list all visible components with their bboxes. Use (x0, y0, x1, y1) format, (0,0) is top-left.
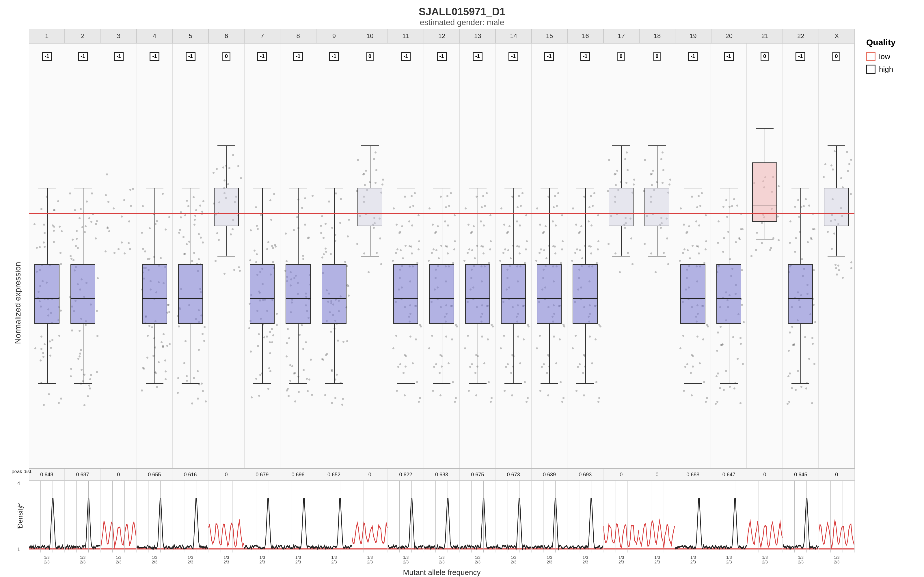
scatter-dot (726, 216, 728, 218)
scatter-dot (848, 163, 850, 165)
scatter-dot (113, 252, 115, 254)
scatter-dot (669, 184, 670, 185)
scatter-dot (750, 255, 753, 257)
whisker-upper-22 (800, 188, 801, 264)
scatter-dot (576, 248, 578, 250)
svg-rect-40 (316, 480, 352, 553)
y-axis-label: Normalized expression (13, 262, 23, 344)
scatter-dot (687, 249, 689, 251)
scatter-dot (404, 394, 406, 396)
scatter-dot (44, 343, 45, 345)
scatter-dot (302, 258, 304, 260)
scatter-dot (91, 192, 93, 195)
scatter-dot (271, 341, 273, 343)
scatter-dot (356, 243, 359, 245)
whisker-upper-13 (478, 188, 478, 264)
scatter-dot (683, 224, 685, 226)
boxplot-rect-X (824, 188, 849, 226)
scatter-dot (691, 394, 693, 396)
scatter-dot (90, 374, 92, 376)
main-col-3: -1 (101, 44, 137, 468)
density-col-17 (604, 480, 639, 553)
whisker-cap-upper-10 (361, 145, 379, 146)
scatter-dot (79, 355, 81, 358)
scatter-dot (286, 390, 288, 392)
main-col-6: 0 (208, 44, 244, 468)
scatter-dot (227, 183, 229, 185)
peak-dist-19: 0.688 (675, 469, 711, 480)
scatter-dot (128, 242, 130, 244)
scatter-dot (53, 230, 55, 232)
scatter-dot (267, 241, 270, 243)
scatter-dot (256, 253, 258, 255)
scatter-dot (69, 255, 72, 257)
scatter-dot (326, 353, 328, 355)
scatter-dot (288, 395, 290, 397)
whisker-cap-lower-10 (361, 256, 379, 256)
scatter-dot (306, 378, 308, 380)
scatter-dot (561, 401, 563, 403)
scatter-dot (149, 325, 150, 327)
whisker-lower-15 (549, 324, 550, 383)
chr-badge-13: -1 (473, 52, 483, 61)
scatter-dot (177, 377, 179, 379)
svg-rect-30 (244, 480, 280, 553)
scatter-dot (507, 249, 509, 251)
scatter-dot (433, 248, 435, 250)
scatter-dot (156, 220, 158, 222)
whisker-cap-lower-7 (253, 383, 271, 384)
scatter-dot (304, 224, 306, 226)
scatter-dot (552, 206, 555, 208)
scatter-dot (79, 353, 81, 355)
svg-rect-65 (496, 480, 531, 553)
scatter-dot (519, 224, 521, 226)
chr-header-9: 9 (316, 29, 352, 43)
scatter-dot (740, 402, 741, 404)
peak-dist-X: 0 (819, 469, 855, 480)
scatter-dot (483, 224, 485, 226)
scatter-dot (682, 335, 684, 337)
scatter-dot (156, 386, 158, 388)
scatter-dot (165, 378, 166, 380)
scatter-dot (590, 195, 592, 197)
peak-dist-6: 0 (208, 469, 244, 480)
scatter-dot (438, 257, 440, 259)
scatter-dot (475, 372, 477, 374)
scatter-dot (453, 248, 456, 250)
scatter-dot (616, 170, 618, 172)
scatter-dot (717, 332, 719, 334)
scatter-dot (437, 225, 439, 227)
scatter-dot (168, 216, 170, 218)
scatter-dot (536, 347, 538, 350)
scatter-dot (186, 375, 188, 377)
scatter-dot (149, 258, 150, 259)
scatter-dot (489, 248, 491, 250)
peak-dist-17: 0 (604, 469, 639, 480)
scatter-dot (679, 259, 681, 262)
scatter-dot (193, 252, 195, 254)
svg-rect-55 (424, 480, 459, 553)
scatter-dot (523, 338, 525, 340)
scatter-dot (325, 223, 326, 225)
scatter-dot (269, 352, 271, 354)
scatter-dot (624, 158, 626, 160)
scatter-dot (511, 394, 513, 396)
scatter-dot (540, 248, 542, 250)
scatter-dot (147, 335, 149, 337)
scatter-dot (464, 347, 466, 350)
scatter-dot (428, 208, 431, 210)
scatter-dot (302, 255, 304, 257)
scatter-dot (257, 228, 259, 230)
scatter-dot (255, 378, 257, 380)
chr-header-13: 13 (460, 29, 496, 43)
scatter-dot (546, 372, 548, 374)
scatter-dot (439, 394, 441, 396)
whisker-upper-15 (549, 188, 550, 264)
scatter-dot (614, 253, 617, 255)
main-col-17: 0 (603, 44, 639, 468)
scatter-dot (348, 295, 350, 297)
scatter-dot (705, 214, 707, 216)
scatter-dot (469, 366, 471, 368)
scatter-dot (836, 274, 838, 276)
scatter-dot (435, 363, 437, 365)
